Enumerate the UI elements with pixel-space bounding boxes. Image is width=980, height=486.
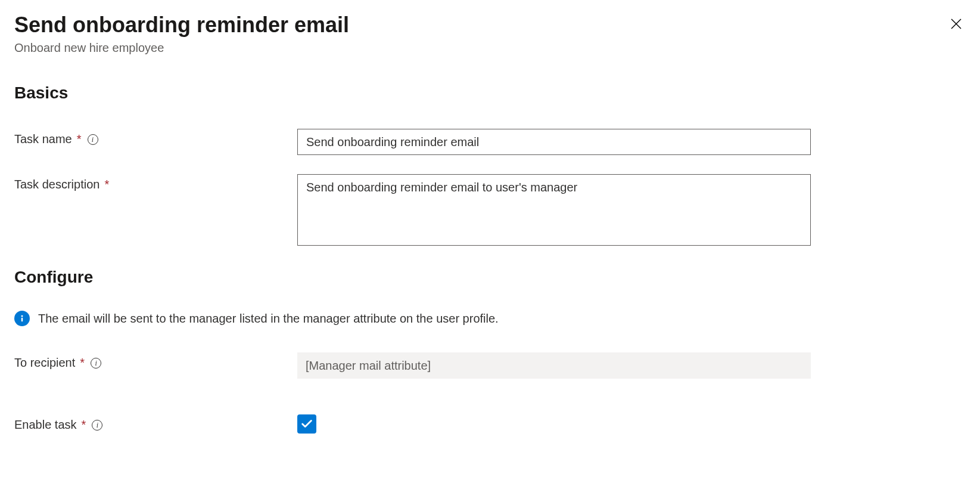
task-description-input[interactable] (297, 174, 811, 246)
required-indicator: * (80, 356, 85, 370)
enable-task-label: Enable task (14, 418, 77, 432)
page-subtitle: Onboard new hire employee (14, 41, 349, 55)
required-indicator: * (104, 178, 109, 191)
info-banner-text: The email will be sent to the manager li… (38, 312, 499, 326)
required-indicator: * (77, 132, 82, 146)
to-recipient-field: [Manager mail attribute] (297, 352, 811, 379)
svg-rect-3 (21, 318, 23, 322)
close-icon (949, 17, 963, 31)
page-title: Send onboarding reminder email (14, 12, 349, 38)
check-icon (300, 417, 313, 431)
task-description-label: Task description (14, 178, 99, 191)
info-icon[interactable]: i (88, 134, 98, 145)
basics-heading: Basics (14, 83, 966, 103)
close-button[interactable] (947, 14, 966, 35)
task-name-label: Task name (14, 132, 72, 146)
required-indicator: * (82, 418, 86, 432)
info-icon[interactable]: i (92, 420, 102, 431)
task-name-input[interactable] (297, 129, 811, 155)
svg-point-2 (21, 315, 23, 317)
info-banner-icon (14, 311, 30, 326)
info-icon[interactable]: i (91, 358, 101, 369)
to-recipient-label: To recipient (14, 356, 75, 370)
configure-heading: Configure (14, 268, 966, 287)
enable-task-checkbox[interactable] (297, 414, 316, 434)
